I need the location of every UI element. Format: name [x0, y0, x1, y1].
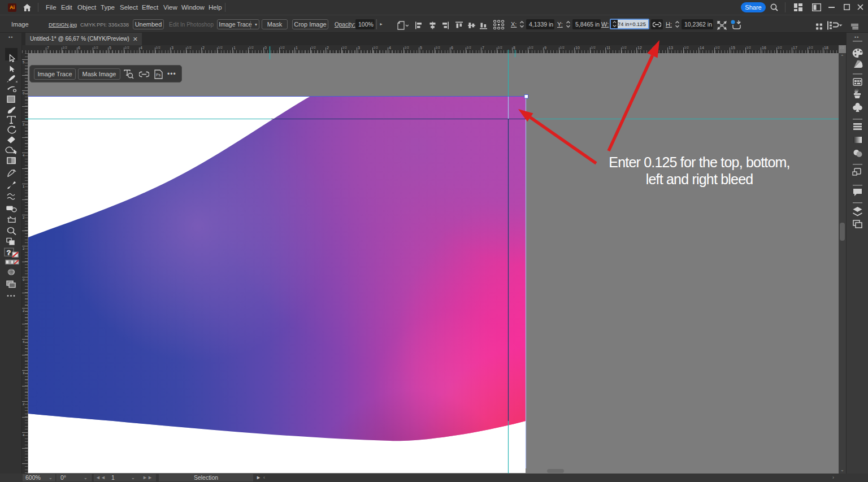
svg-text:?: ?: [7, 249, 11, 255]
svg-text:Ps: Ps: [156, 73, 161, 77]
